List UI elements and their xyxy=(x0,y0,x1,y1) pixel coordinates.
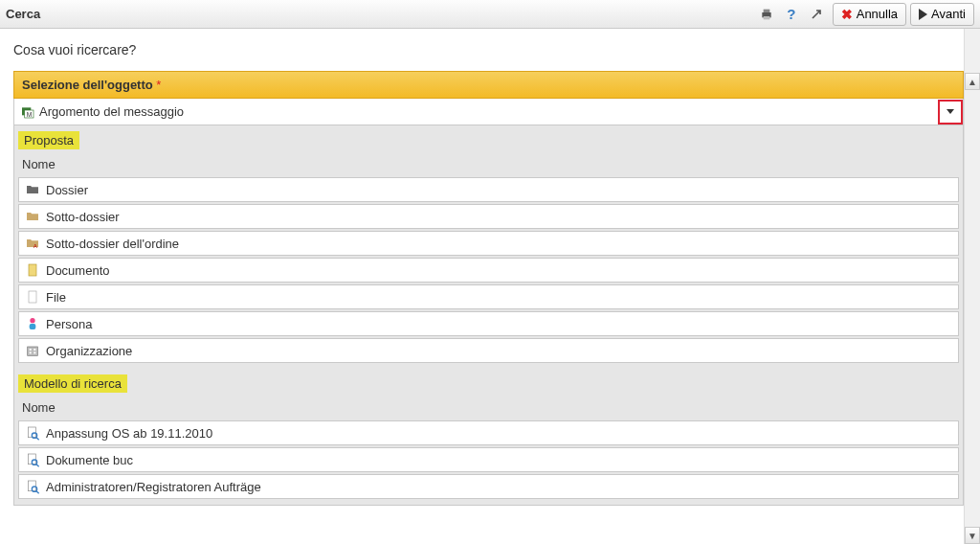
organization-icon xyxy=(25,343,40,358)
list-item-label: Dokumente buc xyxy=(46,453,133,467)
popout-icon[interactable] xyxy=(806,4,827,25)
list-item-label: Documento xyxy=(46,263,109,278)
scroll-up-arrow[interactable]: ▲ xyxy=(965,73,980,90)
svg-rect-10 xyxy=(30,324,36,329)
vertical-scrollbar[interactable]: ▲ ▼ xyxy=(964,29,980,544)
proposal-badge: Proposta xyxy=(18,131,79,149)
document-icon xyxy=(25,262,40,278)
search-template-icon xyxy=(25,425,40,441)
list-item[interactable]: Persona xyxy=(18,311,959,336)
window-title: Cerca xyxy=(6,7,40,21)
list-item[interactable]: Documento xyxy=(18,258,959,283)
search-template-icon xyxy=(25,479,40,494)
close-icon: ✖ xyxy=(841,7,853,22)
list-item-label: Organizzazione xyxy=(46,344,132,358)
svg-rect-11 xyxy=(28,347,38,355)
list-item-label: Persona xyxy=(46,317,92,331)
svg-text:A: A xyxy=(33,243,37,249)
cancel-button[interactable]: ✖ Annulla xyxy=(833,3,906,26)
svg-rect-12 xyxy=(30,349,32,351)
list-item[interactable]: Dokumente buc xyxy=(18,447,959,472)
list-item[interactable]: File xyxy=(18,284,959,309)
object-selection-title: Selezione dell'oggetto xyxy=(22,78,153,92)
next-button-label: Avanti xyxy=(931,7,966,21)
folder-icon xyxy=(25,209,40,224)
list-item[interactable]: Anpassung OS ab 19.11.2010 xyxy=(18,420,959,445)
proposal-column-header: Nome xyxy=(18,153,959,175)
cancel-button-label: Annulla xyxy=(857,7,898,21)
object-select-dropdown-button[interactable] xyxy=(938,100,963,125)
svg-rect-7 xyxy=(29,264,36,276)
message-topic-icon: M xyxy=(20,104,35,120)
next-button[interactable]: Avanti xyxy=(910,3,974,26)
svg-line-21 xyxy=(36,465,39,467)
svg-rect-15 xyxy=(33,351,35,353)
object-selection-header: Selezione dell'oggetto * xyxy=(13,71,964,99)
list-item-label: Sotto-dossier xyxy=(46,210,120,224)
proposal-section: Proposta Nome Dossier Sotto-dossier A So… xyxy=(13,125,964,506)
list-item[interactable]: A Sotto-dossier dell'ordine xyxy=(18,231,959,256)
list-item[interactable]: Administratoren/Registratoren Aufträge xyxy=(18,474,959,499)
help-icon[interactable]: ? xyxy=(781,4,802,25)
list-item-label: Sotto-dossier dell'ordine xyxy=(46,237,179,251)
svg-line-24 xyxy=(36,491,39,494)
object-select[interactable]: M Argomento del messaggio xyxy=(13,99,964,125)
folder-icon xyxy=(25,182,40,197)
search-prompt: Cosa vuoi ricercare? xyxy=(13,42,964,57)
search-model-badge: Modello di ricerca xyxy=(18,374,127,393)
svg-rect-14 xyxy=(30,351,32,353)
object-select-value: Argomento del messaggio xyxy=(39,104,938,119)
list-item-label: Dossier xyxy=(46,183,88,197)
chevron-down-icon xyxy=(947,109,954,114)
svg-rect-1 xyxy=(763,9,769,11)
play-icon xyxy=(919,9,927,20)
svg-line-18 xyxy=(36,438,39,441)
list-item-label: Anpassung OS ab 19.11.2010 xyxy=(46,426,212,441)
toolbar: Cerca ? ✖ Annulla Avanti xyxy=(0,0,980,29)
search-model-column-header: Nome xyxy=(18,397,959,419)
svg-point-9 xyxy=(30,318,34,323)
required-asterisk: * xyxy=(156,78,161,92)
list-item[interactable]: Organizzazione xyxy=(18,338,959,363)
svg-rect-8 xyxy=(29,291,36,303)
scroll-down-arrow[interactable]: ▼ xyxy=(965,527,980,544)
print-icon[interactable] xyxy=(756,4,777,25)
folder-icon: A xyxy=(25,236,40,251)
search-template-icon xyxy=(25,452,40,467)
file-icon xyxy=(25,289,40,305)
svg-rect-2 xyxy=(763,16,769,19)
svg-rect-13 xyxy=(33,349,35,351)
list-item-label: Administratoren/Registratoren Aufträge xyxy=(46,480,261,494)
svg-text:M: M xyxy=(27,110,33,117)
list-item[interactable]: Sotto-dossier xyxy=(18,204,959,229)
person-icon xyxy=(25,316,40,331)
list-item[interactable]: Dossier xyxy=(18,177,959,202)
list-item-label: File xyxy=(46,290,66,305)
